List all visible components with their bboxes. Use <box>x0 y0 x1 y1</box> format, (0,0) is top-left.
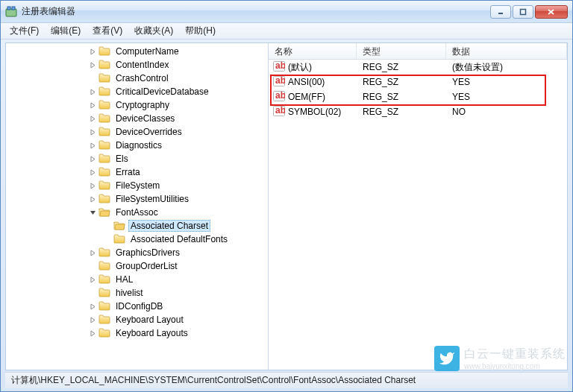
tree-node-label[interactable]: FontAssoc <box>113 206 160 218</box>
tree-node-label[interactable]: Keyboard Layout <box>113 314 186 326</box>
tree-node[interactable]: ComputerName <box>6 45 268 58</box>
list-header: 名称 类型 数据 <box>269 43 567 60</box>
expander-spacer <box>88 288 97 297</box>
chevron-right-icon[interactable] <box>88 329 97 338</box>
maximize-button[interactable] <box>513 5 533 19</box>
chevron-right-icon[interactable] <box>88 101 97 110</box>
chevron-right-icon[interactable] <box>88 315 97 324</box>
tree-node-label[interactable]: Associated Charset <box>128 220 210 232</box>
menu-help[interactable]: 帮助(H) <box>179 23 222 39</box>
tree-node-label[interactable]: CriticalDeviceDatabase <box>113 86 211 98</box>
chevron-right-icon[interactable] <box>88 60 97 69</box>
list-row[interactable]: ab(默认)REG_SZ(数值未设置) <box>269 60 567 75</box>
tree-node-label[interactable]: Errata <box>113 166 143 178</box>
chevron-right-icon[interactable] <box>88 302 97 311</box>
folder-icon <box>98 300 113 313</box>
chevron-right-icon[interactable] <box>88 141 97 150</box>
tree-node[interactable]: GraphicsDrivers <box>6 246 268 259</box>
cell-name: abSYMBOL(02) <box>269 104 357 120</box>
tree-node[interactable]: Cryptography <box>6 98 268 112</box>
titlebar[interactable]: 注册表编辑器 <box>1 1 572 23</box>
column-type[interactable]: 类型 <box>357 43 446 59</box>
tree-node-label[interactable]: ComputerName <box>113 45 181 57</box>
svg-rect-4 <box>521 9 526 14</box>
tree-node[interactable]: FileSystemUtilities <box>6 192 268 206</box>
tree-node-label[interactable]: HAL <box>113 274 135 285</box>
tree-node[interactable]: DeviceOverrides <box>6 125 268 139</box>
value-name: ANSI(00) <box>288 77 325 87</box>
menu-edit[interactable]: 编辑(E) <box>45 23 87 39</box>
tree-node[interactable]: Keyboard Layout <box>6 313 268 326</box>
chevron-right-icon[interactable] <box>88 87 97 96</box>
tree-node[interactable]: Associated Charset <box>6 219 268 233</box>
tree-node[interactable]: FontAssoc <box>6 206 268 219</box>
tree-node[interactable]: ContentIndex <box>6 58 268 72</box>
list-pane[interactable]: 名称 类型 数据 ab(默认)REG_SZ(数值未设置)abANSI(00)RE… <box>269 43 567 370</box>
tree-node-label[interactable]: FileSystemUtilities <box>113 193 191 205</box>
minimize-button[interactable] <box>490 5 511 19</box>
folder-icon <box>98 113 113 125</box>
value-name: OEM(FF) <box>288 92 325 102</box>
tree-node[interactable]: Diagnostics <box>6 139 268 152</box>
tree-node-label[interactable]: DeviceClasses <box>113 113 177 124</box>
menu-file[interactable]: 文件(F) <box>4 23 45 39</box>
tree-node[interactable]: CriticalDeviceDatabase <box>6 85 268 98</box>
chevron-right-icon[interactable] <box>88 195 97 203</box>
column-name[interactable]: 名称 <box>269 43 357 59</box>
tree-node[interactable]: hivelist <box>6 286 268 300</box>
menu-view[interactable]: 查看(V) <box>87 23 128 39</box>
svg-rect-2 <box>12 7 15 10</box>
close-button[interactable] <box>535 5 568 19</box>
list-body: ab(默认)REG_SZ(数值未设置)abANSI(00)REG_SZYESab… <box>269 60 567 119</box>
tree-node[interactable]: GroupOrderList <box>6 259 268 273</box>
folder-icon <box>98 86 113 98</box>
svg-text:ab: ab <box>275 106 285 116</box>
column-data[interactable]: 数据 <box>446 43 567 59</box>
tree-node[interactable]: HAL <box>6 273 268 286</box>
tree-node[interactable]: Els <box>6 152 268 165</box>
tree-node-label[interactable]: Diagnostics <box>113 139 164 151</box>
tree-node-label[interactable]: Associated DefaultFonts <box>128 233 230 245</box>
window-title: 注册表编辑器 <box>22 5 490 18</box>
list-row[interactable]: abSYMBOL(02)REG_SZNO <box>269 104 567 119</box>
maximize-icon <box>519 8 527 16</box>
tree-pane[interactable]: ComputerNameContentIndexCrashControlCrit… <box>6 43 269 370</box>
folder-icon <box>98 180 113 192</box>
tree-node[interactable]: FileSystem <box>6 179 268 192</box>
value-name: (默认) <box>288 61 312 74</box>
chevron-down-icon[interactable] <box>88 208 97 217</box>
tree-node-label[interactable]: GroupOrderList <box>113 260 180 272</box>
list-row[interactable]: abOEM(FF)REG_SZYES <box>269 89 567 104</box>
folder-icon <box>98 274 113 286</box>
chevron-right-icon[interactable] <box>88 248 97 257</box>
menu-favorites[interactable]: 收藏夹(A) <box>128 23 179 39</box>
chevron-right-icon[interactable] <box>88 154 97 163</box>
chevron-right-icon[interactable] <box>88 181 97 190</box>
tree-node[interactable]: Errata <box>6 165 268 179</box>
list-row[interactable]: abANSI(00)REG_SZYES <box>269 75 567 89</box>
chevron-right-icon[interactable] <box>88 275 97 284</box>
chevron-right-icon[interactable] <box>88 114 97 123</box>
tree-node-label[interactable]: CrashControl <box>113 72 171 84</box>
tree-node-label[interactable]: IDConfigDB <box>113 300 165 312</box>
chevron-right-icon[interactable] <box>88 168 97 177</box>
tree-node-label[interactable]: Keyboard Layouts <box>113 327 190 339</box>
folder-icon <box>113 233 128 246</box>
tree-node-label[interactable]: hivelist <box>113 287 145 299</box>
tree-node[interactable]: IDConfigDB <box>6 300 268 313</box>
tree-node-label[interactable]: Els <box>113 153 131 165</box>
tree-node[interactable]: CrashControl <box>6 72 268 85</box>
folder-icon <box>98 247 113 259</box>
cell-data: (数值未设置) <box>446 60 567 75</box>
tree-node[interactable]: Keyboard Layouts <box>6 326 268 340</box>
tree-node[interactable]: Associated DefaultFonts <box>6 233 268 246</box>
tree-node-label[interactable]: GraphicsDrivers <box>113 247 182 259</box>
chevron-right-icon[interactable] <box>88 127 97 136</box>
chevron-right-icon[interactable] <box>88 47 97 56</box>
tree-node-label[interactable]: Cryptography <box>113 99 172 111</box>
folder-icon <box>98 260 113 273</box>
tree-node-label[interactable]: FileSystem <box>113 180 162 192</box>
tree-node-label[interactable]: DeviceOverrides <box>113 126 184 138</box>
tree-node-label[interactable]: ContentIndex <box>113 59 171 71</box>
tree-node[interactable]: DeviceClasses <box>6 112 268 125</box>
